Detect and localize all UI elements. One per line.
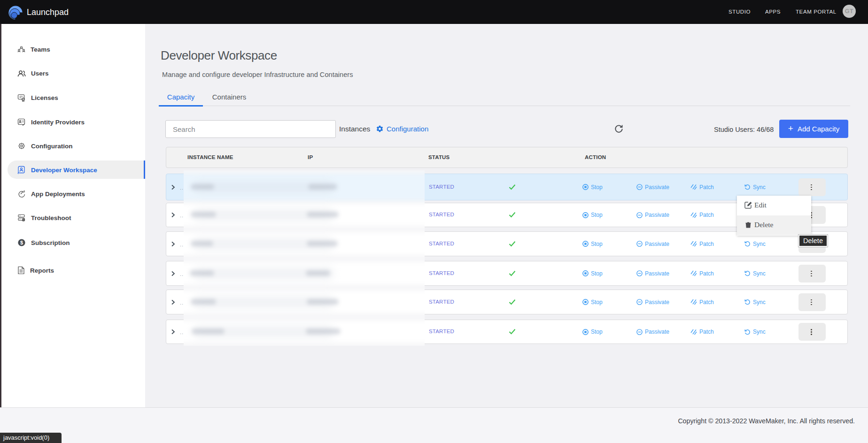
- svg-text:$: $: [20, 240, 23, 245]
